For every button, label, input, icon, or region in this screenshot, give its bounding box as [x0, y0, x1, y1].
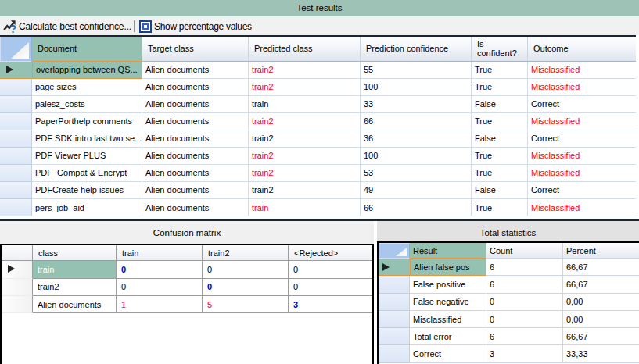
svg-text:?: ?: [10, 23, 17, 34]
